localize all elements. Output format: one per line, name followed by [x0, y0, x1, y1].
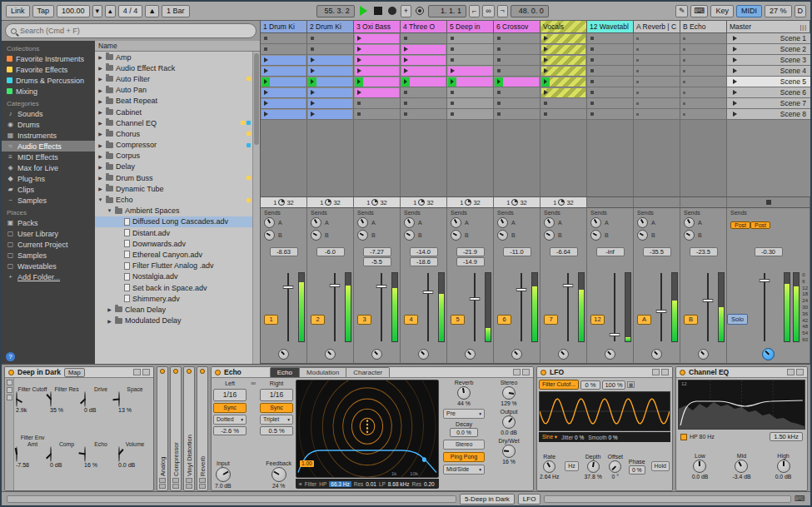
- pan-field[interactable]: -14.9: [456, 257, 485, 266]
- clip[interactable]: [262, 88, 306, 97]
- post-toggle[interactable]: Post: [730, 221, 750, 229]
- volume-field[interactable]: -35.5: [643, 247, 671, 256]
- volume-field[interactable]: -6.0: [316, 247, 345, 256]
- clip-slot[interactable]: [307, 109, 354, 120]
- macro-knob[interactable]: [16, 446, 17, 462]
- browser-row[interactable]: ▶Modulated Delay: [95, 316, 260, 326]
- browser-row[interactable]: ▶Audio Effect Rack: [95, 62, 260, 73]
- clip[interactable]: [262, 56, 306, 65]
- lfo-shape-menu[interactable]: Sine ▾: [542, 434, 557, 440]
- selected-track-indicator[interactable]: 5-Deep in Dark: [460, 494, 515, 505]
- browser-row[interactable]: ▶Chorus: [95, 128, 260, 139]
- browser-row[interactable]: ▶Drum Buss: [95, 172, 260, 183]
- chevron-right-icon[interactable]: ▶: [97, 175, 103, 181]
- selected-device-indicator[interactable]: LFO: [518, 494, 541, 505]
- browser-row[interactable]: ▶Dynamic Tube: [95, 183, 260, 194]
- clip[interactable]: [355, 67, 399, 76]
- stereo-width-knob[interactable]: [502, 386, 516, 400]
- pan-field[interactable]: -5.5: [363, 257, 391, 266]
- lfo-min-field[interactable]: 0 %: [580, 380, 600, 390]
- browser-row[interactable]: Ethereal Canyon.adv: [95, 249, 260, 260]
- eq-band-knob[interactable]: [777, 460, 790, 473]
- browser-row[interactable]: ▼Echo: [95, 194, 260, 205]
- clip-slot[interactable]: [541, 33, 587, 44]
- send-knob-b[interactable]: [311, 230, 321, 241]
- fold-icon[interactable]: [133, 369, 141, 375]
- clip[interactable]: [401, 77, 446, 87]
- loop-start-field[interactable]: 1. 1. 1: [428, 5, 466, 17]
- track-header[interactable]: 6 Crossov: [494, 21, 541, 33]
- pan-knob[interactable]: [278, 349, 289, 360]
- clip-slot[interactable]: [354, 66, 401, 77]
- volume-fader[interactable]: [474, 273, 476, 341]
- clip-slot[interactable]: [401, 44, 447, 55]
- key-map-button[interactable]: Key: [710, 5, 734, 17]
- rack-macro-toggle[interactable]: [7, 380, 12, 385]
- clip-slot[interactable]: [634, 87, 680, 98]
- macro-knob[interactable]: [118, 446, 120, 462]
- device-on-toggle[interactable]: [541, 370, 546, 375]
- sidebar-item[interactable]: Favorite Effects: [2, 64, 95, 75]
- pan-knob[interactable]: [651, 349, 662, 360]
- clip-slot[interactable]: [261, 55, 307, 66]
- sidebar-item[interactable]: ≡MIDI Effects: [2, 152, 95, 162]
- link-button[interactable]: Link: [6, 5, 30, 17]
- delay-time-right[interactable]: 1/16: [260, 389, 293, 401]
- scene-slot[interactable]: Scene 2: [727, 44, 810, 55]
- clip-slot[interactable]: [634, 66, 680, 77]
- clip-slot[interactable]: [354, 87, 401, 98]
- clip[interactable]: [262, 110, 306, 119]
- track-activator[interactable]: 5: [451, 315, 465, 325]
- reverb-knob[interactable]: [457, 386, 471, 400]
- master-track-header[interactable]: Master|||: [727, 21, 810, 33]
- sidebar-item[interactable]: ▣Packs: [2, 217, 95, 228]
- clip-slot[interactable]: [494, 77, 541, 87]
- clip-slot[interactable]: [541, 55, 587, 66]
- clip-slot[interactable]: [494, 98, 541, 109]
- tempo-field[interactable]: 100.00: [57, 5, 90, 17]
- sidebar-item[interactable]: ▢Samples: [2, 250, 95, 261]
- clip-slot[interactable]: [261, 109, 307, 120]
- sync-left-button[interactable]: Sync: [213, 403, 247, 413]
- clip[interactable]: [495, 77, 539, 87]
- send-knob-a[interactable]: [451, 217, 461, 228]
- hot-swap-icon[interactable]: [142, 369, 150, 375]
- browser-scrollbar[interactable]: [252, 52, 260, 364]
- eq-curve-display[interactable]: 12: [678, 380, 805, 430]
- sync-mode-left-menu[interactable]: Dotted▾: [213, 415, 247, 425]
- clip[interactable]: [401, 56, 446, 65]
- jitter-field[interactable]: 0 %: [575, 435, 584, 440]
- master-volume-fader[interactable]: [764, 273, 765, 341]
- input-knob[interactable]: [216, 467, 231, 482]
- clip-slot[interactable]: [587, 44, 634, 55]
- clip-slot[interactable]: [307, 77, 354, 87]
- session-record-button[interactable]: [416, 7, 424, 15]
- device-on-toggle[interactable]: [200, 369, 205, 374]
- clip[interactable]: [355, 56, 399, 65]
- pan-knob[interactable]: [325, 349, 336, 360]
- clip[interactable]: [401, 45, 446, 54]
- scene-slot[interactable]: Scene 6: [727, 87, 810, 98]
- sidebar-item[interactable]: +Add Folder...: [2, 271, 95, 282]
- pan-field[interactable]: -18.6: [410, 257, 438, 266]
- echo-tunnel-display[interactable]: 1.00 1k 10k: [296, 380, 439, 478]
- clip-slot[interactable]: [587, 33, 634, 44]
- track-header[interactable]: 1 Drum Ki: [261, 21, 307, 33]
- time-signature-field[interactable]: 4 / 4: [118, 5, 143, 17]
- browser-row[interactable]: ▶Beat Repeat: [95, 96, 260, 107]
- browser-row[interactable]: ▶Auto Pan: [95, 85, 260, 96]
- clip-slot[interactable]: [447, 66, 494, 77]
- clip-slot[interactable]: [634, 98, 680, 109]
- scene-slot[interactable]: Scene 1: [727, 33, 810, 44]
- sync-right-button[interactable]: Sync: [260, 403, 293, 413]
- clip[interactable]: [308, 67, 352, 76]
- send-knob-b[interactable]: [451, 230, 461, 241]
- send-knob-b[interactable]: [357, 230, 368, 241]
- scene-slot[interactable]: Scene 5: [727, 77, 810, 87]
- device-on-toggle[interactable]: [680, 370, 685, 375]
- clip-slot[interactable]: [401, 98, 447, 109]
- clip[interactable]: [541, 56, 585, 65]
- clip[interactable]: [448, 77, 492, 87]
- sync-mode-right-menu[interactable]: Triplet▾: [260, 415, 293, 425]
- track-activator[interactable]: B: [684, 315, 698, 325]
